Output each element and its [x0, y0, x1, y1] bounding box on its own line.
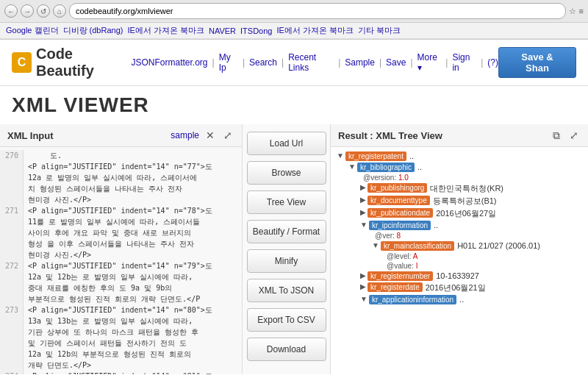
- nav-help[interactable]: (?): [487, 57, 498, 68]
- app-logo: C Code Beautify: [12, 46, 132, 79]
- tree-node-mainclassification: ▼ kr_mainclassification H01L 21/027 (200…: [372, 241, 582, 251]
- browse-button[interactable]: Browse: [247, 161, 326, 185]
- bookmark-itsdong[interactable]: ITSDong: [240, 26, 272, 35]
- tag-mainclassification[interactable]: kr_mainclassification: [381, 241, 454, 251]
- home-button[interactable]: ⌂: [53, 4, 66, 18]
- tag-documenttype[interactable]: kr_documenttype: [368, 196, 430, 205]
- export-to-csv-button[interactable]: Export To CSV: [247, 308, 326, 332]
- expand-icon[interactable]: ⤢: [221, 129, 234, 142]
- tree-view-button[interactable]: Tree View: [247, 190, 326, 214]
- nav-jsonformatter[interactable]: JSONFormatter.org: [132, 57, 208, 68]
- xml-input-panel: XML Input sample ✕ ⤢ 270 도.<P align="JUS…: [0, 124, 243, 374]
- panel-actions: sample ✕ ⤢: [171, 129, 234, 142]
- bookmark-naver[interactable]: NAVER: [209, 26, 236, 35]
- tree-node-ver: @ver: 8: [372, 232, 582, 240]
- xml-input-header: XML Input sample ✕ ⤢: [0, 124, 242, 147]
- xml-tree-title: Result : XML Tree View: [338, 130, 442, 141]
- nav-recentlinks[interactable]: Recent Links: [288, 52, 334, 73]
- tree-node-registerdate: ▶ kr_registerdate 2016년06월21일: [360, 282, 582, 293]
- tree-node-ipcinformation: ▼ kr_ipcinformation ..: [360, 221, 582, 230]
- back-button[interactable]: ←: [4, 4, 18, 18]
- code-line-270: 270 도.<P align="JUSTIFIED" indent="14" n…: [0, 150, 242, 205]
- beautify-format-button[interactable]: Beautify / Format: [247, 220, 326, 243]
- address-bar[interactable]: [69, 3, 566, 19]
- code-line-273: 273 <P align="JUSTIFIED" indent="14" n="…: [0, 304, 242, 371]
- load-url-button[interactable]: Load Url: [247, 132, 326, 155]
- tree-node-applicationinformation: ▼ kr_applicationinformation ..: [360, 295, 582, 304]
- tag-publishingorg[interactable]: kr_publishingorg: [368, 183, 427, 193]
- tree-node-publicationdate: ▶ kr_publicationdate 2016년06월27일: [360, 208, 582, 219]
- app-name: Code Beautify: [36, 46, 132, 79]
- copy-icon[interactable]: ⧉: [550, 129, 563, 142]
- page-title: XML VIEWER: [12, 93, 576, 117]
- tag-ipcinformation[interactable]: kr_ipcinformation: [369, 221, 431, 230]
- forward-button[interactable]: →: [21, 4, 34, 18]
- tree-node-documenttype: ▶ kr_documenttype 등록특허공보(B1): [360, 196, 582, 207]
- code-line-272: 272 <P align="JUSTIFIED" indent="14" n="…: [0, 260, 242, 304]
- tree-node-publishingorg: ▶ kr_publishingorg 대한민국특허청(KR): [360, 183, 582, 194]
- tag-applicationinformation[interactable]: kr_applicationinformation: [369, 295, 456, 304]
- code-line-271: 271 <P align="JUSTIFIED" indent="14" n="…: [0, 205, 242, 260]
- page-title-bar: XML VIEWER: [0, 86, 588, 124]
- menu-icon[interactable]: ≡: [579, 7, 584, 15]
- tree-node-value: @value: I: [384, 262, 582, 270]
- tree-panel-actions: ⧉ ⤢: [550, 129, 581, 142]
- reload-button[interactable]: ↺: [37, 4, 50, 18]
- main-content: XML Input sample ✕ ⤢ 270 도.<P align="JUS…: [0, 124, 588, 374]
- tree-node-bibliographic: ▼ kr_bibliographic ..: [348, 163, 582, 172]
- xml-tree-header: Result : XML Tree View ⧉ ⤢: [331, 124, 588, 147]
- app-nav: JSONFormatter.org | My Ip | Search | Rec…: [132, 52, 499, 73]
- tag-publicationdate[interactable]: kr_publicationdate: [368, 208, 433, 218]
- browser-nav: ← → ↺ ⌂ ☆ ≡: [0, 0, 588, 23]
- xml-input-title: XML Input: [7, 130, 54, 141]
- code-line-274: 274 <P align="JUSTIFIED" indent="14" n="…: [0, 371, 242, 374]
- xml-to-json-button[interactable]: XML To JSON: [247, 279, 326, 302]
- tag-bibliographic[interactable]: kr_bibliographic: [357, 163, 415, 172]
- minify-button[interactable]: Minify: [247, 249, 326, 273]
- download-button[interactable]: Download: [247, 338, 326, 361]
- tag-registerdate[interactable]: kr_registerdate: [368, 282, 423, 292]
- bookmark-ie1[interactable]: IE에서 가져온 북마크: [127, 25, 204, 36]
- tag-registerpatent[interactable]: kr_registerpatent: [345, 151, 406, 161]
- nav-save[interactable]: Save: [386, 57, 406, 68]
- bookmarks-bar: Google 캘린더 디비랑 (dbRang) IE에서 가져온 북마크 NAV…: [0, 23, 588, 39]
- xml-tree-panel: Result : XML Tree View ⧉ ⤢ ▼ kr_register…: [331, 124, 588, 374]
- close-icon[interactable]: ✕: [204, 129, 217, 142]
- browser-chrome: ← → ↺ ⌂ ☆ ≡ Google 캘린더 디비랑 (dbRang) IE에서…: [0, 0, 588, 40]
- bookmark-google[interactable]: Google 캘린더: [6, 25, 59, 36]
- nav-search[interactable]: Search: [249, 57, 277, 68]
- bookmark-dbrang[interactable]: 디비랑 (dbRang): [63, 25, 123, 36]
- sample-link[interactable]: sample: [171, 130, 199, 140]
- nav-more[interactable]: More ▾: [417, 52, 442, 73]
- nav-sample[interactable]: Sample: [345, 57, 375, 68]
- tree-node-version: @version: 1.0: [360, 174, 582, 182]
- logo-icon: C: [12, 52, 32, 73]
- action-panel: Load Url Browse Tree View Beautify / For…: [243, 124, 331, 374]
- star-icon[interactable]: ☆: [569, 7, 576, 16]
- tree-node-registernumber: ▶ kr_registernumber 10-1633927: [360, 271, 582, 281]
- xml-code-area[interactable]: 270 도.<P align="JUSTIFIED" indent="14" n…: [0, 147, 242, 374]
- tree-node-registerpatent: ▼ kr_registerpatent ..: [337, 151, 582, 161]
- bookmark-ie2[interactable]: IE에서 가져온 북마크: [276, 25, 354, 36]
- save-share-button[interactable]: Save & Shan: [498, 47, 576, 78]
- nav-signin[interactable]: Sign in: [452, 52, 476, 73]
- bookmark-other[interactable]: 기타 북마크: [358, 25, 401, 36]
- app-header: C Code Beautify JSONFormatter.org | My I…: [0, 40, 588, 86]
- nav-myip[interactable]: My Ip: [219, 52, 238, 73]
- tag-registernumber[interactable]: kr_registernumber: [368, 271, 433, 281]
- tree-node-level: @level: A: [384, 252, 582, 260]
- xml-tree-area[interactable]: ▼ kr_registerpatent .. ▼ kr_bibliographi…: [331, 147, 588, 374]
- fullscreen-icon[interactable]: ⤢: [567, 129, 581, 142]
- browser-toolbar: ☆ ≡: [569, 7, 584, 16]
